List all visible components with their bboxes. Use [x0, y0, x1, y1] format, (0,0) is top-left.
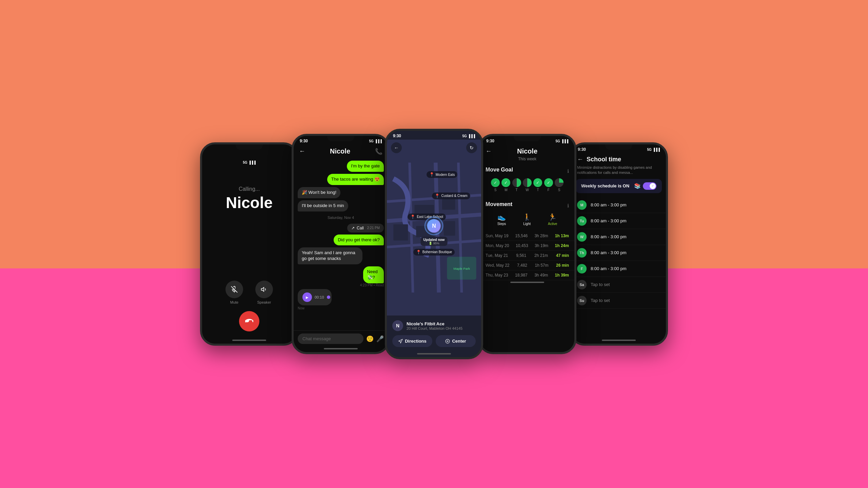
- messages-screen: 9:30 5G ▐▐▐ ← Nicole 📞 I'm by the gate T…: [294, 136, 388, 352]
- call-button-msg[interactable]: 📞: [375, 148, 382, 155]
- day-check-wed: [523, 178, 532, 187]
- signal-4: 5G: [555, 139, 560, 143]
- msg-bubble: The tacos are waiting 😍: [327, 174, 384, 185]
- signal-bars-icon: ▐▐▐: [249, 161, 256, 164]
- schedule-time-wed: 8:00 am - 3:00 pm: [591, 234, 627, 239]
- progress-dot: [327, 296, 330, 299]
- msg-with-status: Need 💸? 4:23 PM • Read: [356, 266, 384, 287]
- speaker-button[interactable]: Speaker: [255, 281, 273, 304]
- schedule-item-tue[interactable]: Tu 8:00 am - 3:00 pm: [572, 213, 666, 229]
- active-wed: 26 min: [556, 263, 569, 268]
- msg-bubble: Did you get there ok?: [334, 235, 384, 246]
- active-icon: 🏃: [548, 213, 557, 221]
- svg-point-19: [447, 341, 449, 342]
- msg-call-item: ↗ Call 2:21 PM: [347, 224, 384, 232]
- school-header: ← School time: [572, 153, 666, 165]
- day-badge-thu: Th: [577, 248, 587, 258]
- user-pin-ring: N: [425, 216, 443, 235]
- call-time: 2:21 PM: [367, 226, 380, 230]
- bars-3: ▐▐▐: [468, 134, 475, 138]
- data-row-sun: Sun, May 19 15,546 3h 28m 1h 13m: [480, 231, 574, 241]
- center-button[interactable]: Center: [436, 335, 476, 347]
- light-mon: 3h 19m: [535, 243, 548, 248]
- svg-point-18: [446, 339, 450, 343]
- map-view[interactable]: Maple Park ← ↻ 📍 Modern Eats: [387, 140, 481, 316]
- mute-icon: [225, 281, 243, 298]
- schedule-item-sat[interactable]: Sa Tap to set: [572, 277, 666, 293]
- play-button[interactable]: ▶: [302, 292, 312, 302]
- date-divider: Saturday, Nov 4: [298, 216, 384, 220]
- battery-label: 🔋 95%: [423, 241, 445, 245]
- map-header: ← ↻: [387, 140, 481, 156]
- info-icon[interactable]: ℹ: [567, 168, 569, 174]
- back-button-msg[interactable]: ←: [299, 148, 305, 155]
- home-indicator: [232, 340, 266, 341]
- back-button-activity[interactable]: ←: [486, 148, 492, 155]
- schedule-item-thu[interactable]: Th 8:00 am - 3:00 pm: [572, 245, 666, 261]
- call-arrow-icon: ↗: [351, 226, 355, 230]
- bars-4: ▐▐▐: [561, 139, 568, 143]
- light-icon: 🚶: [523, 213, 531, 221]
- signal-icon: 5G: [243, 161, 247, 164]
- end-call-button[interactable]: [239, 311, 259, 331]
- info-icon-movement[interactable]: ℹ: [567, 203, 569, 208]
- day-check-thu: ✓: [533, 178, 542, 187]
- schedule-list: M 8:00 am - 3:00 pm Tu 8:00 am - 3:00 pm…: [572, 197, 666, 338]
- toggle-knob: ✓: [650, 183, 656, 189]
- days-row: ✓ S ✓ M T W ✓: [486, 178, 569, 192]
- steps-thu: 18,987: [515, 273, 528, 278]
- map-refresh-button[interactable]: ↻: [466, 142, 477, 153]
- pin-icon: 📍: [429, 172, 434, 177]
- label-text: Bohemian Boutique: [422, 250, 452, 254]
- directions-button[interactable]: Directions: [392, 335, 432, 347]
- mute-button[interactable]: Mute: [225, 281, 243, 304]
- chat-input[interactable]: Chat message: [298, 333, 363, 344]
- map-label-boutique: 📍 Bohemian Boutique: [413, 249, 455, 256]
- schedule-item-mon[interactable]: M 8:00 am - 3:00 pm: [572, 197, 666, 213]
- steps-mon: 10,453: [516, 243, 528, 248]
- school-title: School time: [587, 156, 621, 163]
- device-address: 20 Hill Court, Mableton OH 44145: [407, 326, 462, 330]
- schedule-toggle-group: 📚 ✓: [634, 182, 656, 190]
- pin-icon: 📍: [410, 215, 415, 219]
- message-input-bar: Chat message 🙂 🎤: [294, 330, 388, 347]
- schedule-item-sun[interactable]: Su Tap to set: [572, 293, 666, 309]
- schedule-item-wed[interactable]: W 8:00 am - 3:00 pm: [572, 229, 666, 245]
- day-tuesday: T: [512, 178, 521, 192]
- home-indicator-3: [417, 353, 451, 354]
- data-row-mon: Mon, May 20 10,453 3h 19m 1h 24m: [480, 241, 574, 251]
- phones-container: 5G ▐▐▐ Calling... Nicole Mute Speaker: [0, 0, 868, 488]
- emoji-icon[interactable]: 🙂: [366, 335, 374, 343]
- light-col: 🚶 Light: [523, 213, 531, 226]
- date-wed: Wed, May 22: [486, 263, 509, 268]
- day-label-thu: T: [537, 188, 539, 192]
- light-label: Light: [523, 222, 531, 226]
- message-header: ← Nicole 📞: [294, 145, 388, 158]
- status-icons-5: 5G ▐▐▐: [647, 148, 660, 151]
- call-text: Call: [357, 226, 364, 230]
- map-label-custard: 📍 Custard & Cream: [432, 192, 470, 199]
- book-icon: 📚: [634, 183, 641, 189]
- user-pin-info: Updated now 🔋 95%: [421, 237, 448, 246]
- msg-bubble: I'll be outside in 5 min: [298, 200, 348, 211]
- center-label: Center: [452, 339, 466, 344]
- data-row-wed: Wed, May 22 7,482 1h 57m 26 min: [480, 261, 574, 270]
- steps-sun: 15,546: [515, 233, 528, 238]
- activity-screen: 9:30 5G ▐▐▐ ← Nicole This week Move Goal…: [480, 136, 574, 352]
- svg-marker-17: [399, 339, 402, 343]
- date-mon: Mon, May 20: [486, 243, 509, 248]
- day-thursday: ✓ T: [533, 178, 542, 192]
- active-col: 🏃 Active: [548, 213, 557, 226]
- mic-icon[interactable]: 🎤: [376, 335, 384, 343]
- steps-col: 👟 Steps: [497, 213, 506, 226]
- calling-screen: 5G ▐▐▐ Calling... Nicole Mute Speaker: [202, 144, 296, 344]
- schedule-item-fri[interactable]: F 8:00 am - 3:00 pm: [572, 261, 666, 277]
- back-button-school[interactable]: ←: [577, 156, 583, 163]
- weekly-schedule-toggle[interactable]: ✓: [643, 182, 656, 190]
- map-back-button[interactable]: ←: [391, 142, 402, 153]
- light-tue: 2h 21m: [534, 253, 548, 258]
- day-check-fri: ✓: [544, 178, 553, 187]
- notch: [236, 144, 263, 150]
- time-3: 9:30: [393, 134, 401, 138]
- audio-message[interactable]: ▶ 00:10: [298, 289, 332, 305]
